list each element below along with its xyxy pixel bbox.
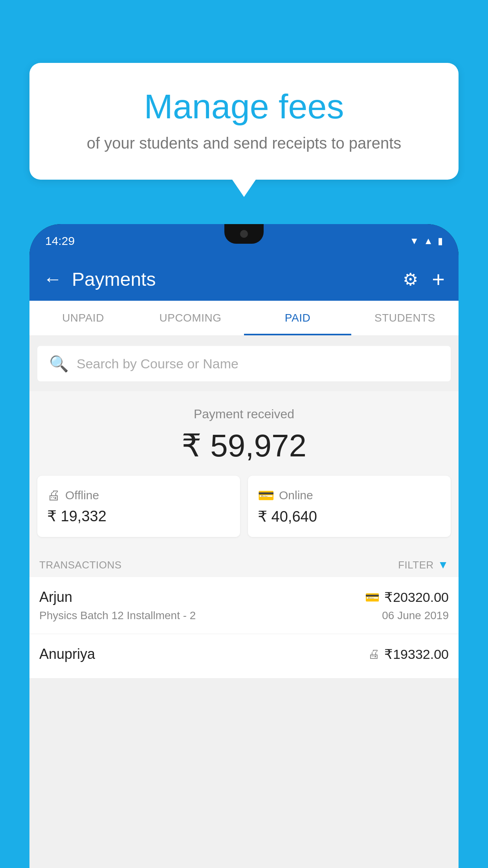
offline-payment-card: 🖨 Offline ₹ 19,332 <box>37 476 240 537</box>
wifi-icon: ▼ <box>409 235 419 246</box>
search-icon: 🔍 <box>49 355 69 373</box>
transactions-header: TRANSACTIONS FILTER ▼ <box>29 549 459 577</box>
trans-date-1: 06 June 2019 <box>382 609 449 622</box>
payment-cards: 🖨 Offline ₹ 19,332 💳 Online ₹ 40,640 <box>29 476 459 549</box>
signal-icon: ▲ <box>424 235 433 246</box>
back-button[interactable]: ← <box>43 270 62 289</box>
app-title: Payments <box>72 268 403 290</box>
status-bar: 14:29 ▼ ▲ ▮ <box>29 224 459 257</box>
payment-total-amount: ₹ 59,972 <box>37 427 451 464</box>
tab-upcoming[interactable]: UPCOMING <box>137 301 244 335</box>
speech-bubble-title: Manage fees <box>49 86 439 127</box>
transactions-label: TRANSACTIONS <box>39 559 122 571</box>
phone-frame: 14:29 ▼ ▲ ▮ ← Payments ⚙ + UNPAID <box>29 224 459 868</box>
app-header: ← Payments ⚙ + <box>29 257 459 301</box>
trans-amount-2: ₹19332.00 <box>384 646 449 662</box>
trans-payment-icon-1: 💳 <box>365 590 380 604</box>
trans-course-1: Physics Batch 12 Installment - 2 <box>39 609 196 622</box>
online-icon: 💳 <box>258 487 274 503</box>
trans-payment-icon-2: 🖨 <box>368 647 380 661</box>
payment-received-label: Payment received <box>37 407 451 421</box>
tab-paid[interactable]: PAID <box>244 301 351 335</box>
camera-dot <box>240 230 248 238</box>
speech-bubble: Manage fees of your students and send re… <box>29 63 459 180</box>
online-payment-card: 💳 Online ₹ 40,640 <box>248 476 451 537</box>
phone-notch <box>224 224 264 244</box>
add-icon[interactable]: + <box>432 267 445 292</box>
trans-name-2: Anupriya <box>39 646 95 662</box>
search-placeholder: Search by Course or Name <box>77 356 238 371</box>
filter-label: FILTER <box>398 559 434 571</box>
status-icons: ▼ ▲ ▮ <box>409 235 443 246</box>
status-time: 14:29 <box>45 234 75 248</box>
offline-icon: 🖨 <box>47 487 61 503</box>
tab-students[interactable]: STUDENTS <box>351 301 459 335</box>
offline-amount: ₹ 19,332 <box>47 508 230 525</box>
tab-unpaid[interactable]: UNPAID <box>29 301 137 335</box>
online-amount: ₹ 40,640 <box>258 508 441 525</box>
filter-icon: ▼ <box>438 559 449 571</box>
search-bar[interactable]: 🔍 Search by Course or Name <box>37 346 451 381</box>
battery-icon: ▮ <box>438 235 443 246</box>
filter-button[interactable]: FILTER ▼ <box>398 559 449 571</box>
transaction-item-anupriya[interactable]: Anupriya 🖨 ₹19332.00 <box>29 634 459 679</box>
settings-icon[interactable]: ⚙ <box>403 269 418 289</box>
transaction-item-arjun[interactable]: Arjun 💳 ₹20320.00 Physics Batch 12 Insta… <box>29 577 459 634</box>
payment-summary: Payment received ₹ 59,972 <box>29 391 459 476</box>
speech-bubble-subtitle: of your students and send receipts to pa… <box>49 134 439 152</box>
trans-amount-1: ₹20320.00 <box>384 589 449 605</box>
offline-label: Offline <box>65 489 99 502</box>
content-area: 🔍 Search by Course or Name Payment recei… <box>29 336 459 868</box>
online-label: Online <box>279 489 313 502</box>
header-icons: ⚙ + <box>403 267 445 292</box>
trans-name-1: Arjun <box>39 589 72 605</box>
tabs-bar: UNPAID UPCOMING PAID STUDENTS <box>29 301 459 336</box>
